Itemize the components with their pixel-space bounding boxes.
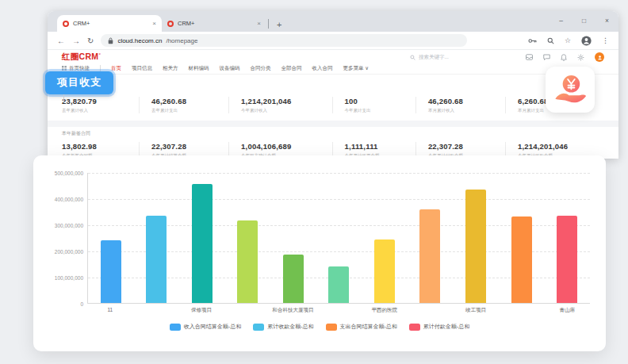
address-bar: ← → ↻ cloud.hecom.cn/homepage ☆ [48, 32, 618, 50]
category-label: 青山庙 [544, 307, 590, 314]
tab-title: CRM+ [178, 20, 254, 27]
stats-row-1: 23,820.79去年累计收入46,260.68去年累计支出1,214,201,… [48, 97, 618, 113]
legend-swatch [326, 324, 337, 331]
category-label: 平西的医院 [362, 307, 408, 314]
legend-item[interactable]: 累计收款金额-总和 [253, 323, 313, 331]
address-bar-icons: ☆ ⋮ [528, 36, 609, 46]
bookmark-star-icon[interactable]: ☆ [565, 36, 571, 44]
search-icon [410, 55, 415, 60]
forward-icon[interactable]: → [72, 36, 80, 45]
legend-item[interactable]: 支出合同结算金额-总和 [326, 323, 397, 331]
gear-icon[interactable] [577, 54, 584, 61]
nav-item-材料编码[interactable]: 材料编码 [189, 65, 209, 72]
stat-value: 46,260.68 [428, 97, 505, 105]
bar-竣工项目[interactable] [465, 190, 486, 303]
category-label [499, 307, 545, 314]
browser-tab-1[interactable]: CRM+ × [57, 15, 162, 32]
stat-cell: 23,820.79去年累计收入 [62, 97, 139, 113]
maximize-button[interactable]: □ [582, 17, 586, 25]
crm-favicon-icon [167, 21, 174, 27]
tab-strip: CRM+ × CRM+ × + – □ × [48, 11, 618, 32]
nav-item-相关方[interactable]: 相关方 [163, 65, 178, 72]
bar-平西的医院[interactable] [374, 239, 395, 303]
chart-category-axis: 11保修项目和合科技大厦项目平西的医院竣工项目青山庙 [87, 307, 590, 314]
y-axis-tick-label: 300,000,000 [36, 223, 83, 228]
nav-separator [100, 65, 101, 71]
category-label: 保修项目 [178, 307, 224, 314]
money-hand-icon-card[interactable] [546, 67, 595, 113]
stat-cell: 1,214,201,046今年累计收入 [228, 97, 332, 113]
tab-close-icon[interactable]: × [152, 20, 156, 27]
minimize-button[interactable]: – [559, 17, 563, 25]
page: CRM+ × CRM+ × + – □ × ← → ↻ [0, 0, 628, 364]
url-path: /homepage [166, 37, 197, 44]
new-tab-button[interactable]: + [277, 20, 281, 29]
profile-avatar-icon[interactable] [581, 36, 592, 46]
legend-item[interactable]: 累计付款金额-总和 [409, 323, 469, 331]
refresh-icon[interactable]: ↻ [87, 36, 94, 45]
nav-item-项目信息[interactable]: 项目信息 [132, 65, 152, 72]
legend-label: 支出合同结算金额-总和 [340, 323, 397, 331]
search-icon[interactable] [547, 37, 554, 44]
y-axis-tick-label: 500,000,000 [36, 171, 83, 176]
bar-和合科技大厦项目[interactable] [283, 255, 304, 303]
y-axis-tick-label: 0 [36, 301, 83, 307]
stat-value: 100 [345, 97, 415, 105]
bell-icon[interactable] [561, 54, 567, 61]
legend-swatch [170, 324, 181, 331]
grid-menu-icon [62, 66, 67, 71]
crm-favicon-icon [63, 21, 69, 27]
category-label [133, 307, 179, 314]
stat-cell: 100今年累计支出 [332, 97, 415, 113]
tab-title: CRM+ [73, 20, 149, 27]
legend-swatch [253, 324, 264, 331]
bar-保修项目[interactable] [192, 184, 213, 303]
stat-value: 23,820.79 [62, 97, 139, 105]
crm-app: 红圈CRM° 搜索关键字... [48, 52, 618, 159]
nav-item-设备编码[interactable]: 设备编码 [220, 65, 240, 72]
y-axis-tick-label: 100,000,000 [36, 275, 83, 281]
key-icon[interactable] [528, 38, 537, 44]
nav-item-收入合同[interactable]: 收入合同 [312, 65, 333, 72]
bar-item-10[interactable] [511, 216, 532, 303]
stats-divider-band [48, 121, 618, 127]
browser-menu-icon[interactable]: ⋮ [602, 36, 609, 44]
nav-item-全部合同[interactable]: 全部合同 [281, 65, 302, 72]
bar-item-2[interactable] [146, 216, 167, 303]
y-axis-tick-label: 200,000,000 [36, 249, 83, 255]
message-icon[interactable] [543, 54, 550, 60]
app-header-icons [526, 52, 604, 62]
tab-close-icon[interactable]: × [257, 20, 261, 27]
stat-cell: 46,260.68去年累计支出 [139, 97, 228, 113]
stats-panel: 23,820.79去年累计收入46,260.68去年累计支出1,214,201,… [48, 75, 618, 159]
close-button[interactable]: × [605, 17, 609, 25]
bar-item-4[interactable] [237, 220, 258, 303]
person-icon [597, 55, 603, 60]
nav-item-更多菜单 ∨[interactable]: 更多菜单 ∨ [343, 65, 370, 72]
category-label: 11 [87, 307, 133, 314]
y-axis-tick-label: 400,000,000 [36, 197, 83, 202]
user-avatar[interactable] [595, 52, 604, 62]
nav-item-首页[interactable]: 首页 [111, 65, 121, 72]
app-search-input[interactable]: 搜索关键字... [410, 54, 505, 61]
window-controls: – □ × [559, 11, 609, 30]
category-label [407, 307, 453, 314]
callout-pointer-line [63, 94, 64, 102]
stat-value: 1,214,201,046 [518, 142, 595, 151]
nav-item-合同分类[interactable]: 合同分类 [251, 65, 271, 72]
legend-label: 收入合同结算金额-总和 [184, 323, 241, 331]
app-nav: 首页快捷首页项目信息相关方材料编码设备编码合同分类全部合同收入合同更多菜单 ∨ [48, 63, 618, 75]
legend-label: 累计付款金额-总和 [423, 323, 469, 331]
inbox-icon[interactable] [526, 54, 533, 60]
bar-item-8[interactable] [419, 209, 440, 303]
bar-青山庙[interactable] [557, 216, 577, 303]
legend-item[interactable]: 收入合同结算金额-总和 [170, 323, 241, 331]
bar-item-6[interactable] [328, 266, 349, 303]
browser-tab-2[interactable]: CRM+ × [162, 15, 266, 32]
bar-11[interactable] [101, 240, 121, 303]
stat-label: 今年累计支出 [345, 108, 415, 113]
stat-value: 1,214,201,046 [241, 97, 332, 105]
back-icon[interactable]: ← [57, 36, 65, 45]
stat-label: 今年累计收入 [241, 108, 332, 113]
url-input[interactable]: cloud.hecom.cn/homepage [101, 34, 467, 47]
